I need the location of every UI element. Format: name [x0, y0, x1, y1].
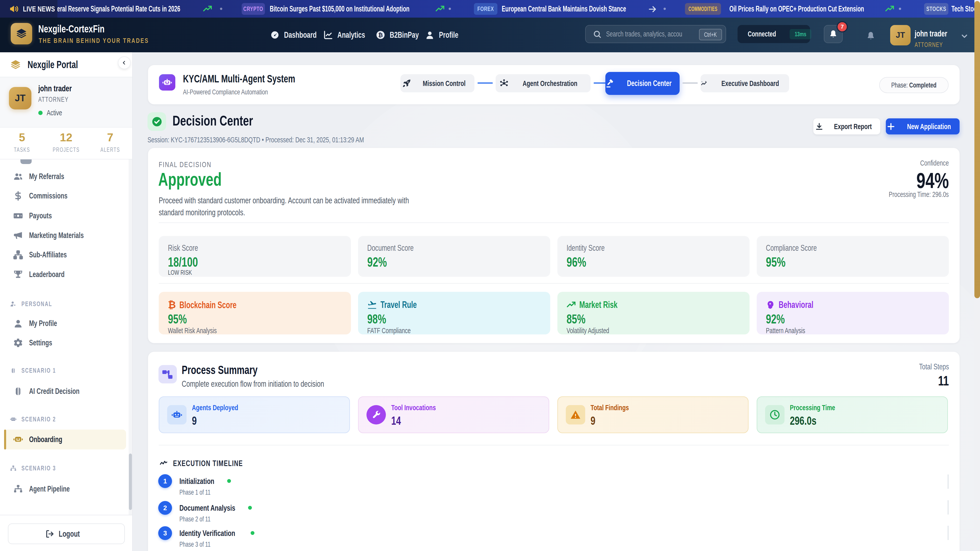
svg-text:₿: ₿ [378, 32, 383, 38]
